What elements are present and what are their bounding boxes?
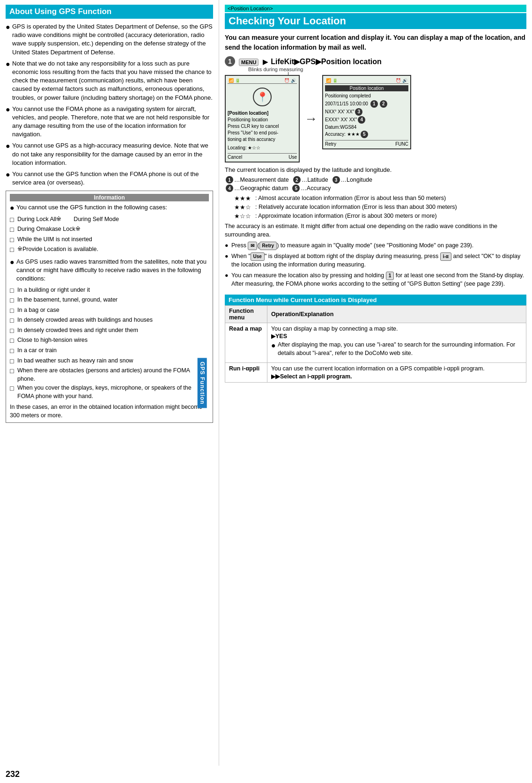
positioning-completed: Positioning completed (325, 93, 408, 99)
func-menu-title: Function Menu while Current Location is … (225, 295, 526, 305)
left-column: About Using GPS Function ● GPS is operat… (0, 0, 219, 766)
key-1-icon: 1 (386, 272, 394, 280)
info-bullet-1: ● You cannot use the GPS function in the… (10, 203, 209, 212)
condition-item-3: □In densely crowded areas with buildings… (10, 316, 209, 325)
condition-item-4: □In densely crowded trees and right unde… (10, 326, 209, 336)
press-note-2: ● When "Use" is displayed at bottom righ… (225, 252, 526, 269)
read-map-note: ● After displaying the map, you can use … (271, 341, 522, 357)
position-location-tag: <Position Location> (225, 5, 526, 12)
bullet-2: ● Note that we do not take any responsib… (6, 59, 213, 102)
select-iappli-label: ▶Select an i-αppli program. (275, 373, 352, 380)
legend-2: 2…Latitude (292, 176, 332, 184)
info-box-title: Information (10, 194, 209, 201)
condition-item-2: □In a bag or case (10, 306, 209, 316)
bullet-text-4: You cannot use GPS as a high-accuracy me… (12, 141, 213, 167)
screen-left-title: [Position location] (228, 110, 297, 117)
step-1-nav: LifeKit▶GPS▶Position location (271, 58, 381, 66)
function-menu-table: Function menu Operation/Explanation Read… (225, 305, 526, 383)
nxx-row: NXX° XX′ XX″ 3 (325, 108, 408, 116)
screen-left-statusbar: 📶 🔋 ⏰ 🔊 (228, 78, 297, 84)
sub-item-2: □ During Omakase Lock※ (10, 225, 209, 235)
accuracy-level-2: ★★☆ : Relatively accurate location infor… (234, 204, 526, 211)
footer-use: Use (288, 155, 297, 160)
accuracy-row: Accuracy: ★★★ 5 (325, 131, 408, 138)
sub-item-3: □ While the UIM is not inserted (10, 236, 209, 245)
menu-key-icon: MENU (239, 59, 259, 66)
bullet-4: ● You cannot use GPS as a high-accuracy … (6, 141, 213, 167)
accuracy-levels: ★★★ : Almost accurate location informati… (234, 195, 526, 220)
info-bullet-icon-2: ● (10, 258, 16, 283)
envelope-icon: ✉ (248, 242, 257, 250)
bullet-icon-4: ● (6, 141, 12, 167)
use-button[interactable]: Use (251, 252, 265, 261)
datum-row: Datum:WGS84 (325, 124, 408, 131)
transition-arrow: → (304, 111, 318, 126)
conditions-list: □In a building or right under it□In the … (10, 286, 209, 401)
condition-item-9: □When you cover the displays, keys, micr… (10, 384, 209, 400)
screen-left-icon: 📍 (228, 88, 297, 106)
condition-item-5: □Close to high-tension wires (10, 336, 209, 346)
bullet-3: ● You cannot use the FOMA phone as a nav… (6, 105, 213, 139)
accuracy-level-3: ★☆☆ : Approximate location information (… (234, 213, 526, 220)
iappli-icon: i-α (440, 252, 451, 261)
sub-item-4: □ ※Provide Location is available. (10, 245, 209, 255)
legend: 1…Measurement date 2…Latitude 3…Longitud… (225, 176, 526, 192)
func-name-run-iappli: Run i-αppli (225, 363, 267, 383)
accuracy-desc-2: : Relatively accurate location informati… (255, 204, 457, 210)
information-box: Information ● You cannot use the GPS fun… (6, 191, 213, 423)
press-note-1: ● Press ✉(Retry) to measure again in "Qu… (225, 242, 526, 250)
left-section-title: About Using GPS Function (6, 5, 213, 19)
step-1-content: MENU ▶ LifeKit▶GPS▶Position location (238, 57, 382, 66)
right-section-title: Checking Your Location (225, 13, 526, 29)
screen-left-body: [Position location] Positioning location… (228, 110, 297, 151)
screen-right: 📶 🔋 ⏰ 🔊 Position location Positioning co… (322, 75, 411, 149)
num-circle-4: 4 (358, 116, 365, 124)
page-number: 232 (0, 766, 532, 783)
legend-4: 4…Geographic datum (225, 185, 291, 192)
device-screenshots: Blinks during measuring 📶 🔋 ⏰ 🔊 📍 [Posit… (225, 75, 526, 163)
accuracy-note: The accuracy is an estimate. It might di… (225, 222, 526, 239)
col-header-function: Function menu (225, 306, 267, 323)
bullet-text-2: Note that we do not take any responsibil… (12, 59, 213, 102)
info-footer: In these cases, an error in the obtained… (10, 403, 209, 420)
info-bullet-icon-1: ● (10, 203, 16, 212)
step-1-row: 1 MENU ▶ LifeKit▶GPS▶Position location (225, 56, 526, 66)
bullet-text-1: GPS is operated by the United States Dep… (12, 22, 213, 57)
retry-button[interactable]: Retry (259, 242, 277, 250)
blink-label: Blinks during measuring (248, 66, 303, 72)
screen-left: 📶 🔋 ⏰ 🔊 📍 [Position location] Positionin… (225, 75, 300, 163)
legend-5: 5…Accuracy (291, 185, 331, 192)
bullet-5: ● You cannot use the GPS function when t… (6, 170, 213, 187)
step-1-number: 1 (225, 56, 235, 66)
condition-item-7: □In bad weather such as heavy rain and s… (10, 357, 209, 366)
num-circle-3: 3 (355, 108, 362, 116)
sub-item-text-1: During Lock All※ During Self Mode (17, 215, 119, 225)
bullet-icon-1: ● (6, 22, 12, 57)
condition-item-0: □In a building or right under it (10, 286, 209, 295)
intro-text: You can measure your current location an… (225, 33, 526, 52)
num-circle-1: 1 (369, 100, 379, 108)
sub-item-text-3: While the UIM is not inserted (17, 236, 92, 245)
col-header-operation: Operation/Explanation (267, 306, 526, 323)
num-circle-2: 2 (380, 100, 387, 108)
screen-right-statusbar: 📶 🔋 ⏰ 🔊 (325, 78, 408, 84)
bullet-1: ● GPS is operated by the United States D… (6, 22, 213, 57)
yes-label: YES (275, 333, 287, 340)
accuracy-desc-1: : Almost accurate location information (… (255, 195, 446, 201)
sub-item-text-2: During Omakase Lock※ (17, 225, 81, 235)
bullet-icon-3: ● (6, 105, 12, 139)
info-bullet-text-1: You cannot use the GPS function in the f… (16, 203, 209, 212)
accuracy-level-1: ★★★ : Almost accurate location informati… (234, 195, 526, 202)
right-column: <Position Location> Checking Your Locati… (219, 0, 532, 766)
func-name-read-map: Read a map (225, 323, 267, 363)
screen-left-line1: Positioning location (228, 117, 297, 123)
sub-item-text-4: ※Provide Location is available. (17, 245, 98, 255)
legend-3: 3…Longitude (332, 176, 372, 184)
condition-item-1: □In the basement, tunnel, ground, water (10, 296, 209, 305)
description: The current location is displayed by the… (225, 166, 526, 173)
exx-row: EXXX° XX′ XX″ 4 (325, 116, 408, 124)
bullet-text-3: You cannot use the FOMA phone as a navig… (12, 105, 213, 139)
accuracy-desc-3: : Approximate location information (Erro… (255, 213, 437, 219)
footer-cancel: Cancel (228, 155, 242, 160)
bullet-icon-2: ● (6, 59, 12, 102)
